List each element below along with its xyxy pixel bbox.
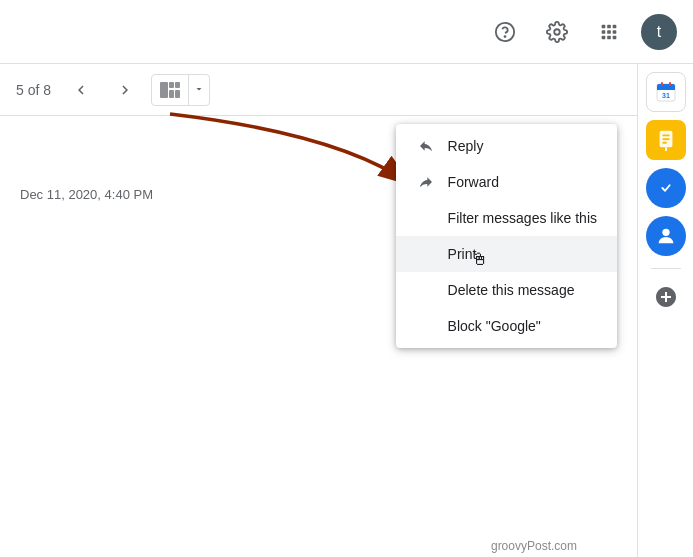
menu-item-forward[interactable]: Forward <box>396 164 617 200</box>
menu-item-delete[interactable]: Delete this message <box>396 272 617 308</box>
split-view-icon[interactable] <box>152 76 188 104</box>
svg-rect-28 <box>662 135 669 137</box>
svg-rect-29 <box>662 138 669 140</box>
email-toolbar: 5 of 8 <box>0 64 637 116</box>
svg-rect-26 <box>669 82 671 86</box>
sidebar-app-calendar[interactable]: 31 <box>646 72 686 112</box>
sidebar-divider <box>651 268 681 269</box>
reply-menu-icon <box>416 136 436 156</box>
svg-point-32 <box>662 229 669 236</box>
svg-point-31 <box>657 180 674 197</box>
svg-rect-6 <box>602 30 606 34</box>
dropdown-menu: Reply Forward Filter messages like this … <box>396 124 617 348</box>
svg-rect-15 <box>175 82 180 88</box>
menu-item-print[interactable]: Print 🖱 <box>396 236 617 272</box>
forward-menu-icon <box>416 172 436 192</box>
settings-icon[interactable] <box>537 12 577 52</box>
svg-rect-16 <box>175 90 180 98</box>
svg-rect-13 <box>169 82 174 88</box>
sidebar-app-tasks[interactable] <box>646 168 686 208</box>
svg-rect-10 <box>607 35 611 39</box>
sidebar-app-contacts[interactable] <box>646 216 686 256</box>
sidebar-app-keep[interactable] <box>646 120 686 160</box>
watermark: groovyPost.com <box>491 539 577 553</box>
svg-rect-7 <box>607 30 611 34</box>
svg-rect-12 <box>160 82 168 98</box>
split-view-control <box>151 74 210 106</box>
email-date: Dec 11, 2020, 4:40 PM <box>20 187 153 202</box>
menu-item-block-label: Block "Google" <box>448 318 541 334</box>
svg-point-2 <box>554 29 560 35</box>
menu-item-reply-label: Reply <box>448 138 484 154</box>
help-icon[interactable] <box>485 12 525 52</box>
svg-rect-23 <box>657 88 675 90</box>
svg-rect-30 <box>662 142 667 144</box>
svg-rect-9 <box>602 35 606 39</box>
svg-rect-5 <box>613 24 617 28</box>
menu-item-forward-label: Forward <box>448 174 499 190</box>
next-email-button[interactable] <box>107 72 143 108</box>
apps-icon[interactable] <box>589 12 629 52</box>
svg-rect-25 <box>661 82 663 86</box>
menu-item-filter[interactable]: Filter messages like this <box>396 200 617 236</box>
menu-item-block[interactable]: Block "Google" <box>396 308 617 344</box>
main-layout: 5 of 8 <box>0 64 693 557</box>
email-area: 5 of 8 <box>0 64 637 557</box>
svg-rect-8 <box>613 30 617 34</box>
right-sidebar: 31 <box>637 64 693 557</box>
top-bar: t <box>0 0 693 64</box>
svg-rect-11 <box>613 35 617 39</box>
svg-rect-14 <box>169 90 174 98</box>
prev-email-button[interactable] <box>63 72 99 108</box>
menu-item-reply[interactable]: Reply <box>396 128 617 164</box>
svg-rect-4 <box>607 24 611 28</box>
svg-rect-3 <box>602 24 606 28</box>
svg-text:31: 31 <box>662 92 670 99</box>
avatar[interactable]: t <box>641 14 677 50</box>
sidebar-add-button[interactable] <box>646 277 686 317</box>
pagination-text: 5 of 8 <box>16 82 51 98</box>
menu-item-delete-label: Delete this message <box>448 282 575 298</box>
split-view-dropdown-button[interactable] <box>188 75 209 105</box>
menu-item-filter-label: Filter messages like this <box>448 210 597 226</box>
cursor-icon: 🖱 <box>471 249 489 270</box>
